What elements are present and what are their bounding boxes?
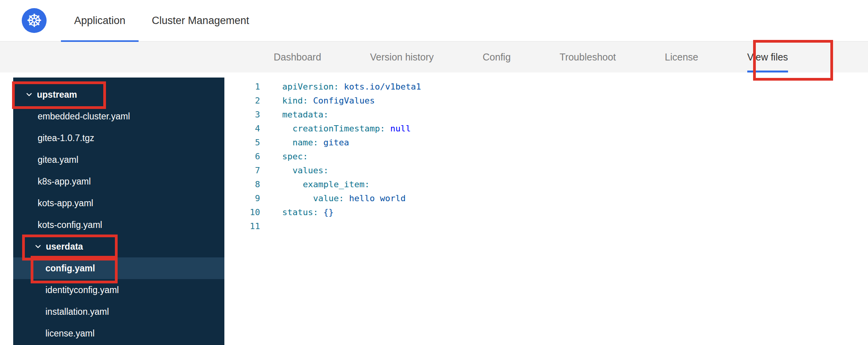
tab-troubleshoot[interactable]: Troubleshoot — [560, 41, 616, 72]
line-content: kind: ConfigValues — [260, 94, 375, 108]
line-content: apiVersion: kots.io/v1beta1 — [260, 80, 421, 94]
line-content: values: — [260, 164, 328, 178]
tree-item-label: kots-config.yaml — [38, 220, 102, 230]
code-line: 8 example_item: — [224, 178, 868, 191]
tab-dashboard[interactable]: Dashboard — [274, 41, 321, 72]
top-nav: Application Cluster Management — [61, 0, 262, 41]
line-number: 11 — [224, 219, 260, 233]
line-content: status: {} — [260, 205, 333, 219]
code-line: 5 name: gitea — [224, 136, 868, 150]
tab-application[interactable]: Application — [61, 0, 139, 41]
tree-item-label: embedded-cluster.yaml — [38, 111, 130, 122]
code-line: 2 kind: ConfigValues — [224, 94, 868, 108]
code-line: 10 status: {} — [224, 205, 868, 219]
line-content: metadata: — [260, 108, 328, 122]
tree-item-k8s-app-yaml[interactable]: k8s-app.yaml — [13, 171, 224, 192]
code-line: 7 values: — [224, 164, 868, 178]
code-line: 9 value: hello world — [224, 191, 868, 205]
tree-item-gitea-yaml[interactable]: gitea.yaml — [13, 149, 224, 171]
code-line: 1 apiVersion: kots.io/v1beta1 — [224, 80, 868, 94]
line-content: creationTimestamp: null — [260, 122, 411, 136]
code-line: 11 — [224, 219, 868, 233]
line-number: 9 — [224, 191, 260, 205]
tree-item-license-yaml[interactable]: license.yaml — [13, 323, 224, 344]
chevron-down-icon — [25, 90, 34, 99]
tree-item-label: license.yaml — [45, 328, 95, 339]
tab-config[interactable]: Config — [483, 41, 510, 72]
tab-view-files[interactable]: View files — [747, 41, 788, 72]
file-tree-sidebar: upstream embedded-cluster.yaml gitea-1.0… — [13, 78, 224, 345]
tree-item-identityconfig-yaml[interactable]: identityconfig.yaml — [13, 279, 224, 301]
tree-item-label: k8s-app.yaml — [38, 176, 91, 187]
tree-item-kots-app-yaml[interactable]: kots-app.yaml — [13, 192, 224, 214]
line-content: name: gitea — [260, 136, 349, 150]
tree-item-label: identityconfig.yaml — [45, 285, 119, 295]
code-line: 6 spec: — [224, 150, 868, 164]
tree-item-label: gitea-1.0.7.tgz — [38, 133, 94, 143]
line-number: 8 — [224, 178, 260, 191]
code-lines: 1 apiVersion: kots.io/v1beta1 2 kind: Co… — [224, 80, 868, 233]
line-content — [260, 219, 282, 233]
line-number: 1 — [224, 80, 260, 94]
helm-wheel-icon: ☸ — [26, 12, 42, 29]
tree-item-label: kots-app.yaml — [38, 198, 93, 209]
tree-item-label: userdata — [46, 242, 83, 252]
chevron-down-icon — [34, 242, 43, 251]
line-number: 6 — [224, 150, 260, 164]
tree-item-label: gitea.yaml — [38, 155, 78, 165]
tree-item-kots-config-yaml[interactable]: kots-config.yaml — [13, 214, 224, 236]
top-header: ☸ Application Cluster Management — [0, 0, 868, 41]
tree-item-embedded-cluster-yaml[interactable]: embedded-cluster.yaml — [13, 105, 224, 127]
line-number: 3 — [224, 108, 260, 122]
tab-version-history[interactable]: Version history — [370, 41, 434, 72]
tree-item-gitea-1-0-7-tgz[interactable]: gitea-1.0.7.tgz — [13, 127, 224, 149]
line-number: 7 — [224, 164, 260, 178]
file-tree: upstream embedded-cluster.yaml gitea-1.0… — [13, 84, 224, 344]
line-number: 4 — [224, 122, 260, 136]
subnav-tabs: Dashboard Version history Config Trouble… — [274, 41, 788, 72]
line-content: spec: — [260, 150, 308, 164]
line-content: value: hello world — [260, 191, 406, 205]
line-number: 5 — [224, 136, 260, 150]
line-number: 2 — [224, 94, 260, 108]
tree-item-label: upstream — [37, 90, 77, 100]
tree-item-label: config.yaml — [45, 263, 95, 274]
line-content: example_item: — [260, 178, 370, 191]
tree-item-config-yaml[interactable]: config.yaml — [13, 257, 224, 279]
tree-item-label: installation.yaml — [45, 307, 109, 317]
tree-item-installation-yaml[interactable]: installation.yaml — [13, 301, 224, 323]
code-line: 3 metadata: — [224, 108, 868, 122]
tree-item-userdata[interactable]: userdata — [13, 236, 224, 257]
code-editor[interactable]: 1 apiVersion: kots.io/v1beta1 2 kind: Co… — [224, 72, 868, 345]
kubernetes-logo: ☸ — [22, 8, 47, 33]
app-subnav: Dashboard Version history Config Trouble… — [0, 41, 868, 72]
tab-cluster-management[interactable]: Cluster Management — [139, 0, 262, 41]
tab-license[interactable]: License — [665, 41, 698, 72]
tree-item-upstream[interactable]: upstream — [13, 84, 224, 105]
line-number: 10 — [224, 205, 260, 219]
code-line: 4 creationTimestamp: null — [224, 122, 868, 136]
